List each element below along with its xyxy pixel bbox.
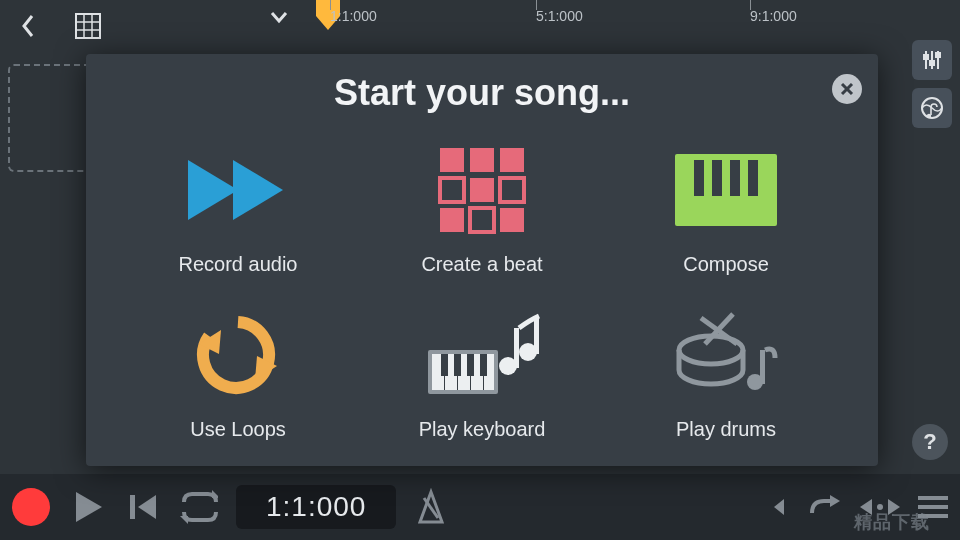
svg-rect-33	[440, 148, 464, 172]
option-label: Compose	[683, 253, 769, 276]
pad-grid-icon	[438, 145, 526, 235]
option-label: Play keyboard	[419, 418, 546, 441]
svg-rect-49	[694, 160, 704, 196]
svg-rect-67	[514, 328, 519, 368]
dropdown-button[interactable]	[268, 6, 290, 32]
svg-rect-62	[441, 354, 448, 376]
svg-marker-16	[138, 495, 156, 519]
option-label: Create a beat	[421, 253, 542, 276]
option-label: Record audio	[179, 253, 298, 276]
svg-rect-39	[440, 208, 464, 232]
loop-icon	[193, 310, 283, 400]
svg-rect-40	[470, 208, 494, 232]
ruler-mark: 5:1:000	[536, 8, 583, 24]
svg-rect-41	[500, 208, 524, 232]
option-use-loops[interactable]: Use Loops	[116, 293, 360, 458]
modal-title: Start your song...	[116, 72, 848, 114]
drum-icon	[671, 310, 781, 400]
modal-options-grid: Record audio Create a beat	[116, 128, 848, 458]
svg-marker-32	[233, 160, 283, 220]
fast-forward-icon	[178, 145, 298, 235]
keyboard-note-icon	[422, 310, 542, 400]
grid-view-button[interactable]	[68, 6, 108, 46]
piano-icon	[671, 145, 781, 235]
svg-rect-9	[924, 55, 928, 59]
svg-marker-18	[180, 516, 188, 524]
svg-rect-0	[76, 14, 100, 38]
option-record-audio[interactable]: Record audio	[116, 128, 360, 293]
mixer-button[interactable]	[912, 40, 952, 80]
start-song-modal: Start your song... Record audio Create a…	[86, 54, 878, 466]
option-compose[interactable]: Compose	[604, 128, 848, 293]
option-label: Play drums	[676, 418, 776, 441]
help-button[interactable]: ?	[912, 424, 948, 460]
ruler-mark: 1:1:000	[330, 8, 377, 24]
metronome-button[interactable]	[414, 488, 448, 526]
svg-rect-65	[480, 354, 487, 376]
transport-bar: 1:1:000	[0, 474, 960, 540]
option-label: Use Loops	[190, 418, 286, 441]
redo-button[interactable]	[808, 493, 842, 521]
svg-rect-37	[470, 178, 494, 202]
option-create-beat[interactable]: Create a beat	[360, 128, 604, 293]
time-display[interactable]: 1:1:000	[236, 485, 396, 529]
svg-rect-26	[918, 496, 948, 500]
svg-rect-27	[918, 505, 948, 509]
svg-marker-21	[774, 499, 784, 515]
option-play-drums[interactable]: Play drums	[604, 293, 848, 458]
back-button[interactable]	[8, 6, 48, 46]
watermark: 精品下载	[854, 510, 930, 534]
browse-button[interactable]	[912, 88, 952, 128]
svg-rect-35	[500, 148, 524, 172]
svg-rect-63	[454, 354, 461, 376]
svg-marker-14	[76, 492, 102, 522]
svg-rect-74	[760, 350, 765, 384]
ruler-mark: 9:1:000	[750, 8, 797, 24]
svg-marker-17	[212, 490, 218, 498]
close-button[interactable]	[832, 74, 862, 104]
undo-left-button[interactable]	[770, 495, 790, 519]
option-play-keyboard[interactable]: Play keyboard	[360, 293, 604, 458]
skip-start-button[interactable]	[124, 489, 160, 525]
record-button[interactable]	[12, 488, 50, 526]
svg-rect-52	[748, 160, 758, 196]
svg-rect-15	[130, 495, 135, 519]
svg-rect-50	[712, 160, 722, 196]
side-tools	[908, 40, 956, 128]
svg-marker-22	[830, 495, 840, 507]
svg-rect-36	[440, 178, 464, 202]
svg-rect-51	[730, 160, 740, 196]
svg-point-13	[927, 114, 931, 118]
timeline-ruler[interactable]: 1:1:000 5:1:000 9:1:000	[310, 0, 900, 50]
svg-marker-31	[188, 160, 238, 220]
svg-rect-38	[500, 178, 524, 202]
svg-rect-11	[936, 53, 940, 57]
svg-rect-10	[930, 61, 934, 65]
svg-rect-69	[534, 316, 539, 354]
help-label: ?	[923, 429, 936, 455]
svg-rect-34	[470, 148, 494, 172]
svg-rect-64	[467, 354, 474, 376]
loop-button[interactable]	[178, 490, 218, 524]
play-button[interactable]	[68, 488, 106, 526]
